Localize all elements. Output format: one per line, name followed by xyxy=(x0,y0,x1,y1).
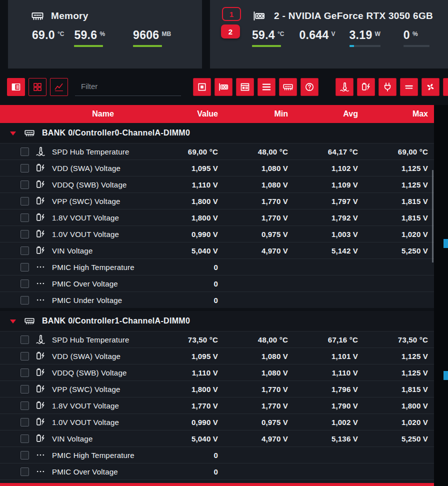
sensor-group-header[interactable]: BANK 0/Controller0-ChannelA-DIMM0 xyxy=(0,123,434,143)
column-header-name[interactable]: Name xyxy=(52,110,154,118)
percent-button[interactable] xyxy=(443,78,448,96)
sensor-value: 0 xyxy=(154,468,224,476)
column-header-min[interactable]: Min xyxy=(224,110,294,118)
sensor-row[interactable]: VDDQ (SWB) Voltage 1,110 V 1,080 V 1,110… xyxy=(0,364,434,380)
sensor-row[interactable]: SPD Hub Temperature 73,50 °C 48,00 °C 67… xyxy=(0,331,434,348)
gpu-2-badge[interactable]: 2 xyxy=(221,24,240,38)
thermometer-icon xyxy=(340,82,350,92)
row-checkbox[interactable] xyxy=(20,263,29,272)
filter-input[interactable] xyxy=(75,78,181,96)
sensor-name: VDD (SWA) Voltage xyxy=(52,164,154,172)
sensor-min: 1,080 V xyxy=(224,164,294,172)
row-checkbox[interactable] xyxy=(20,230,29,238)
sensor-row[interactable]: PMIC High Temperature 0 xyxy=(0,258,434,275)
sensor-row[interactable]: VPP (SWC) Voltage 1,800 V 1,770 V 1,797 … xyxy=(0,192,434,209)
row-checkbox[interactable] xyxy=(20,434,29,443)
sensor-group-header[interactable]: BANK 0/Controller1-ChannelA-DIMM0 xyxy=(0,311,434,331)
sensor-value: 0 xyxy=(154,451,224,460)
memory-temperature: 69.0°C xyxy=(32,28,64,47)
column-header-avg[interactable]: Avg xyxy=(294,110,364,118)
sensor-name: VDD (SWA) Voltage xyxy=(52,352,154,360)
sensor-row[interactable]: PMIC Over Voltage 0 xyxy=(0,275,434,292)
dc-power-button[interactable] xyxy=(400,78,418,96)
row-checkbox[interactable] xyxy=(20,385,29,394)
row-checkbox[interactable] xyxy=(20,214,29,222)
help-button[interactable] xyxy=(300,78,318,96)
memory-usage-value: 59.6 xyxy=(74,28,97,42)
row-checkbox[interactable] xyxy=(20,402,29,410)
row-checkbox[interactable] xyxy=(20,296,29,304)
column-header-value[interactable]: Value xyxy=(154,110,224,118)
battery-bolt-button[interactable] xyxy=(357,78,375,96)
gpu-temperature-bar xyxy=(252,45,281,47)
sensor-row[interactable]: VDD (SWA) Voltage 1,095 V 1,080 V 1,101 … xyxy=(0,348,434,364)
sensor-value: 1,770 V xyxy=(154,402,224,410)
gutter-marker xyxy=(444,239,448,248)
table-body: BANK 0/Controller0-ChannelA-DIMM0 SPD Hu… xyxy=(0,123,434,486)
sensor-row[interactable]: SPD Hub Temperature 69,00 °C 48,00 °C 64… xyxy=(0,143,434,160)
sensor-min: 0,975 V xyxy=(224,418,294,426)
fan-button[interactable] xyxy=(422,78,440,96)
battery-bolt-icon xyxy=(35,434,46,444)
view-switch-group xyxy=(7,78,68,96)
thermometer-button[interactable] xyxy=(336,78,354,96)
row-checkbox[interactable] xyxy=(20,336,29,344)
help-icon xyxy=(304,82,314,92)
sensor-max: 5,250 V xyxy=(364,246,434,255)
grid-button[interactable] xyxy=(28,78,46,96)
sensor-row[interactable]: 1.8V VOUT Voltage 1,770 V 1,770 V 1,790 … xyxy=(0,397,434,414)
row-checkbox[interactable] xyxy=(20,180,29,189)
sensor-name: PMIC High Temperature xyxy=(52,263,154,272)
plug-button[interactable] xyxy=(378,78,396,96)
sensor-row[interactable]: VIN Voltage 5,040 V 4,970 V 5,142 V 5,25… xyxy=(0,242,434,258)
sensor-row[interactable]: VPP (SWC) Voltage 1,800 V 1,770 V 1,796 … xyxy=(0,380,434,397)
sensor-row[interactable]: 1.8V VOUT Voltage 1,800 V 1,770 V 1,792 … xyxy=(0,209,434,226)
sensor-avg: 1,102 V xyxy=(294,164,364,172)
collapse-caret-icon[interactable] xyxy=(10,320,16,324)
sensor-row[interactable]: 1.0V VOUT Voltage 0,990 V 0,975 V 1,002 … xyxy=(0,414,434,430)
memory-usage: 59.6% xyxy=(74,28,105,47)
sensor-max: 1,020 V xyxy=(364,418,434,426)
row-checkbox[interactable] xyxy=(20,368,29,377)
battery-bolt-icon xyxy=(35,163,46,173)
memory-icon xyxy=(283,82,293,92)
dots-icon xyxy=(35,450,46,460)
gpu-load-value: 0 xyxy=(404,28,410,42)
sidebar-panel-button[interactable] xyxy=(7,78,25,96)
row-checkbox[interactable] xyxy=(20,148,29,156)
row-checkbox[interactable] xyxy=(20,280,29,288)
row-checkbox[interactable] xyxy=(20,418,29,426)
row-checkbox[interactable] xyxy=(20,468,29,476)
gpu-1-badge[interactable]: 1 xyxy=(222,7,241,21)
sensor-name: VIN Voltage xyxy=(52,434,154,443)
sensor-row[interactable]: 1.0V VOUT Voltage 0,990 V 0,975 V 1,003 … xyxy=(0,226,434,242)
sensor-row[interactable]: VDD (SWA) Voltage 1,095 V 1,080 V 1,102 … xyxy=(0,160,434,176)
gpu-button[interactable] xyxy=(214,78,232,96)
sensor-row[interactable]: PMIC Over Voltage 0 xyxy=(0,463,434,480)
sensor-max: 5,250 V xyxy=(364,434,434,443)
row-checkbox[interactable] xyxy=(20,352,29,360)
gpu-icon xyxy=(218,82,228,92)
row-checkbox[interactable] xyxy=(20,197,29,206)
square-button[interactable] xyxy=(193,78,211,96)
sensor-row[interactable]: VIN Voltage 5,040 V 4,970 V 5,136 V 5,25… xyxy=(0,430,434,446)
row-checkbox[interactable] xyxy=(20,451,29,460)
horizontal-scrollbar[interactable] xyxy=(0,483,434,486)
rows-button[interactable] xyxy=(258,78,276,96)
column-header-max[interactable]: Max xyxy=(364,110,434,118)
sensor-avg: 5,142 V xyxy=(294,246,364,255)
vertical-scrollbar-thumb[interactable] xyxy=(432,170,434,262)
benchmark-button[interactable] xyxy=(236,78,254,96)
sensor-row[interactable]: PMIC Under Voltage 0 xyxy=(0,292,434,308)
line-chart-button[interactable] xyxy=(50,78,68,96)
battery-bolt-icon xyxy=(35,368,46,378)
memory-temperature-value: 69.0 xyxy=(32,28,55,42)
sensor-row[interactable]: PMIC High Temperature 0 xyxy=(0,446,434,463)
row-checkbox[interactable] xyxy=(20,164,29,172)
sensor-avg: 1,792 V xyxy=(294,214,364,222)
thermometer-icon xyxy=(35,146,46,156)
row-checkbox[interactable] xyxy=(20,246,29,255)
sensor-row[interactable]: VDDQ (SWB) Voltage 1,110 V 1,080 V 1,109… xyxy=(0,176,434,192)
memory-button[interactable] xyxy=(279,78,297,96)
collapse-caret-icon[interactable] xyxy=(10,132,16,136)
